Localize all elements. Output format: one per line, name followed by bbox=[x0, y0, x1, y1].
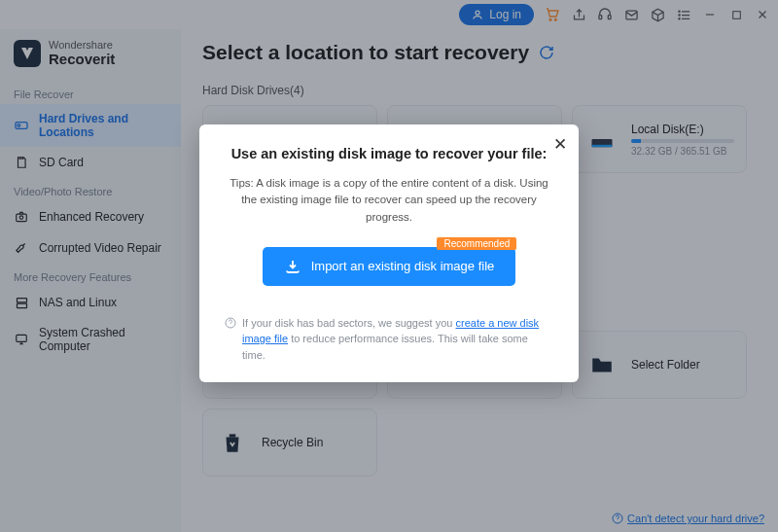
modal-title: Use an existing disk image to recover yo… bbox=[225, 146, 553, 161]
modal-close-button[interactable]: ✕ bbox=[553, 134, 567, 155]
modal-footer: If your disk has bad sectors, we suggest… bbox=[225, 315, 553, 364]
import-label: Import an existing disk image file bbox=[311, 259, 495, 273]
import-disk-image-button[interactable]: Import an existing disk image file Recom… bbox=[263, 247, 516, 286]
recommended-badge: Recommended bbox=[437, 237, 516, 250]
modal-tips: Tips: A disk image is a copy of the enti… bbox=[225, 175, 553, 226]
info-icon bbox=[225, 317, 236, 329]
download-icon bbox=[284, 258, 301, 275]
modal-overlay: ✕ Use an existing disk image to recover … bbox=[0, 0, 778, 532]
disk-image-modal: ✕ Use an existing disk image to recover … bbox=[199, 124, 579, 382]
